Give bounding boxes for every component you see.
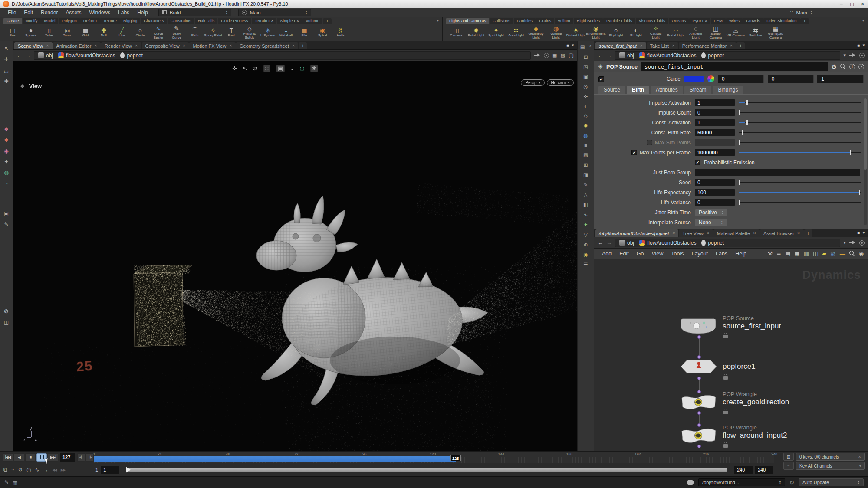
node-output-dot[interactable] — [697, 411, 701, 415]
mask-icon[interactable]: ◧ — [583, 202, 588, 208]
shelf-left-tab-modify[interactable]: Modify — [23, 18, 41, 24]
folder-tab-birth[interactable]: Birth — [627, 86, 649, 94]
just-born-group-field[interactable] — [695, 169, 860, 176]
scrollbar[interactable] — [864, 98, 867, 225]
shelf-left-tool-sphere[interactable]: ●Sphere — [22, 27, 40, 38]
scene-crumb-flowaroundobstacles[interactable]: flowAroundObstacles — [58, 52, 115, 59]
params-forward-icon[interactable]: → — [606, 52, 612, 59]
close-icon[interactable]: ✕ — [135, 44, 138, 48]
pin-icon[interactable] — [849, 240, 856, 246]
shelf-left-tab-characters[interactable]: Characters — [141, 18, 167, 24]
shelf-right-add-tab[interactable]: + — [800, 18, 809, 24]
max-sim-points-checkbox[interactable]: ✓ — [647, 140, 652, 145]
help-icon[interactable]: ? — [858, 64, 864, 69]
shelf-right-tool-gamepad-camera[interactable]: ▦Gamepad Camera — [766, 25, 786, 40]
network-new-tab[interactable]: + — [804, 229, 812, 237]
shelf-right-tool-point-light[interactable]: ✹Point Light — [466, 27, 486, 38]
shelf-left-tab-create[interactable]: Create — [3, 18, 22, 24]
shelf-left-tab-volume[interactable]: Volume — [302, 18, 322, 24]
impulse-activation-slider[interactable] — [739, 100, 861, 106]
shelf-right-tool-ambient-light[interactable]: ◌Ambient Light — [686, 25, 706, 40]
shelf-right-tab-vellum[interactable]: Vellum — [555, 18, 573, 24]
add-geo-icon[interactable]: ✚ — [4, 78, 8, 84]
shelf-left-tool-metaball[interactable]: ◒Metaball — [277, 27, 295, 38]
star-icon[interactable]: ✦ — [4, 159, 8, 165]
shelf-left-tool-box[interactable]: ▢Box — [3, 27, 22, 38]
node-input-dot[interactable] — [697, 390, 701, 393]
snapshot-icon[interactable]: ◫ — [813, 250, 818, 257]
teal-ring-icon[interactable]: ◔ — [5, 180, 8, 187]
pen-icon[interactable]: ✎ — [4, 221, 8, 227]
guide-value-r[interactable]: 0 — [718, 75, 764, 83]
sphere-icon[interactable]: ◒ — [290, 65, 294, 72]
key-all-channels-button[interactable]: Key All Channels▾ — [796, 462, 865, 470]
shelf-left-tab-constraints[interactable]: Constraints — [168, 18, 194, 24]
network-tab-asset-browser[interactable]: Asset Browser✕ — [760, 229, 804, 237]
shelf-left-tool-line[interactable]: ╱Line — [113, 27, 131, 38]
network-tab-obj-flowaroundobstacles-popnet[interactable]: /obj/flowAroundObstacles/popnet✕ — [595, 229, 678, 237]
camera-icon[interactable]: ▣ — [583, 74, 588, 80]
paint-icon[interactable]: ❖ — [4, 126, 9, 132]
box-select-icon[interactable]: ▣ — [276, 65, 285, 72]
network-back-icon[interactable]: ← — [598, 239, 603, 246]
radial-menu-icon[interactable] — [859, 240, 865, 246]
shelf-right-tab-collisions[interactable]: Collisions — [490, 18, 513, 24]
path-tool-icon[interactable]: ▾ — [843, 240, 846, 246]
skip-fwd-icon[interactable]: ▶▶ — [61, 468, 65, 472]
eye-icon[interactable]: ◉ — [859, 250, 864, 257]
shelf-right-tool-vr-camera[interactable]: ⌓VR Camera — [726, 27, 746, 38]
gallery-icon[interactable]: ▬ — [840, 250, 845, 257]
target-icon[interactable]: ⊕ — [584, 242, 588, 248]
view-tool-icon[interactable]: ✛ — [232, 65, 237, 72]
params-breadcrumb[interactable]: objflowAroundObstaclespopnet — [615, 51, 840, 60]
network-editor[interactable]: Dynamics POP Sourcesource_first_inputpop… — [594, 259, 868, 451]
current-frame-field[interactable]: 127 — [60, 453, 75, 462]
handles-icon[interactable]: ✛ — [4, 56, 8, 62]
params-new-tab[interactable]: + — [736, 42, 745, 49]
params-tab-take-list[interactable]: Take List✕ — [647, 42, 678, 49]
guide-checkbox[interactable]: ✓ — [598, 76, 604, 82]
minimize-button[interactable]: ─ — [840, 2, 843, 7]
params-crumb-flowaroundobstacles[interactable]: flowAroundObstacles — [639, 52, 696, 59]
node-output-dot[interactable] — [697, 445, 701, 448]
palette-icon[interactable]: ▦ — [794, 250, 799, 257]
scene-crumb-popnet[interactable]: popnet — [120, 52, 143, 59]
fog-icon[interactable]: ☰ — [583, 262, 588, 268]
node-output-dot[interactable] — [697, 377, 701, 380]
const-activation-slider[interactable] — [739, 120, 861, 126]
pane-maximize-icon[interactable]: ■ — [857, 230, 860, 235]
shelf-right-tool-portal-light[interactable]: ▱Portal Light — [666, 27, 686, 38]
shelf-left-tool-draw-curve[interactable]: ✎Draw Curve — [168, 25, 186, 40]
network-menu-tools[interactable]: Tools — [667, 250, 687, 258]
select-icon[interactable]: ↖ — [4, 46, 8, 52]
keyframe-icon[interactable]: ⊞ — [783, 453, 794, 461]
source-first-input-node[interactable] — [680, 318, 717, 335]
particles-display-icon[interactable]: ∷ — [263, 65, 270, 72]
close-icon[interactable]: ✕ — [672, 44, 675, 48]
network-tab-material-palette[interactable]: Material Palette✕ — [713, 229, 760, 237]
folder-tab-stream[interactable]: Stream — [684, 86, 712, 94]
shelf-right-tab-lights-and-cameras[interactable]: Lights and Cameras — [446, 18, 489, 24]
seed-slider[interactable] — [739, 180, 861, 186]
probabilistic-emission-checkbox[interactable]: ✓ — [695, 160, 700, 165]
max-sim-points-field[interactable] — [695, 139, 735, 146]
shelf-right-tool-camera[interactable]: ◫Camera — [446, 27, 466, 38]
scene-tab-geometry-spreadsheet[interactable]: Geometry Spreadsheet✕ — [236, 42, 298, 49]
step-back-button[interactable]: ◀▏ — [77, 453, 85, 462]
network-menu-go[interactable]: Go — [633, 250, 648, 258]
guide-color-swatch[interactable] — [684, 76, 704, 82]
max-sim-points-slider[interactable] — [739, 140, 861, 146]
network-tab-tree-view[interactable]: Tree View✕ — [679, 229, 713, 237]
snapshot-icon[interactable]: ◳ — [583, 64, 588, 70]
shelf-left-tool-path[interactable]: ⌒Path — [186, 27, 204, 38]
down-icon[interactable]: ▽ — [584, 232, 588, 238]
select-tool-icon[interactable]: ↖ — [243, 65, 247, 72]
cluster-icon[interactable]: ◉ — [4, 148, 8, 154]
folder-tab-attributes[interactable]: Attributes — [651, 86, 683, 94]
shelf-right-tool-switcher[interactable]: ⇆Switcher — [746, 27, 766, 38]
scene-tab-motion-fx-view[interactable]: Motion FX View✕ — [189, 42, 236, 49]
shade-icon[interactable]: ◐ — [584, 104, 587, 109]
sync-icon[interactable]: ↻ — [789, 479, 794, 486]
realtime-icon[interactable]: ◔ — [11, 467, 14, 473]
message-bubble-icon[interactable] — [687, 480, 694, 485]
